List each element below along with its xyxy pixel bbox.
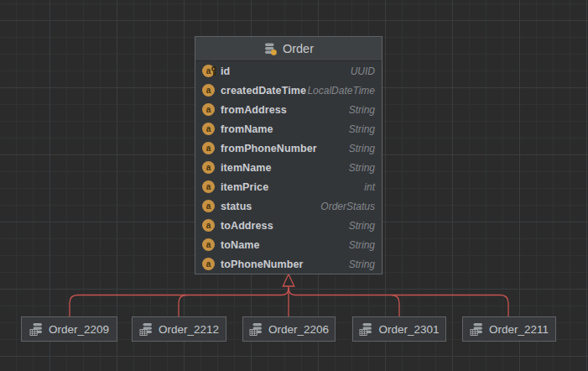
field-row-id[interactable]: a id UUID [195,61,382,81]
field-row-createdDateTime[interactable]: a createdDateTime LocalDateTime [195,81,382,100]
database-partition-icon [249,322,263,337]
field-type: String [349,162,375,174]
attribute-icon: a [202,142,215,154]
attribute-icon: a [202,123,215,135]
field-type: OrderStatus [320,201,375,212]
field-type: String [349,104,375,116]
field-type: String [349,123,375,135]
partition-node-order-2211[interactable]: Order_2211 [462,316,556,342]
field-row-fromName[interactable]: a fromName String [195,119,382,138]
attribute-icon: a [202,219,215,232]
field-name: fromAddress [221,104,287,116]
diagram-canvas: Order a id UUID a createdDateTime LocalD… [0,0,588,371]
field-row-toName[interactable]: a toName String [195,235,382,254]
field-name: fromName [221,123,273,135]
attribute-icon: a [202,180,215,193]
field-name: toAddress [221,220,273,232]
entity-field-list: a id UUID a createdDateTime LocalDateTim… [195,61,382,274]
field-row-itemPrice[interactable]: a itemPrice int [195,177,382,196]
attribute-icon: a [202,103,215,116]
attribute-icon: a [202,161,215,174]
partition-label: Order_2211 [489,323,549,336]
field-row-fromAddress[interactable]: a fromAddress String [195,100,382,119]
field-type: String [349,239,375,251]
field-name: createdDateTime [221,85,306,97]
field-row-status[interactable]: a status OrderStatus [195,196,382,216]
field-row-itemName[interactable]: a itemName String [195,158,382,177]
field-name: itemName [221,162,272,174]
field-type: String [349,143,375,154]
partition-label: Order_2212 [159,323,219,336]
entity-node-order[interactable]: Order a id UUID a createdDateTime LocalD… [195,36,382,274]
attribute-icon: a [202,200,215,212]
partition-label: Order_2209 [49,323,109,336]
entity-title: Order [283,42,314,55]
field-row-toAddress[interactable]: a toAddress String [195,216,382,235]
partition-node-order-2301[interactable]: Order_2301 [352,316,446,342]
database-partition-icon [29,322,44,337]
attribute-icon: a [202,258,215,270]
field-type: UUID [351,65,375,77]
partition-label: Order_2301 [378,323,439,336]
attribute-icon: a [202,84,215,97]
field-type: String [349,259,375,270]
attribute-icon: a [202,238,215,251]
database-partition-icon [470,322,484,337]
entity-header[interactable]: Order [195,37,382,61]
database-partition-icon [359,322,373,337]
partition-node-order-2206[interactable]: Order_2206 [242,316,336,342]
field-name: itemPrice [221,181,268,193]
primary-key-icon [211,66,217,76]
field-name: toPhoneNumber [221,259,304,270]
field-name: status [221,201,252,212]
database-table-icon [263,42,278,56]
partition-node-order-2212[interactable]: Order_2212 [132,316,226,342]
partition-node-order-2209[interactable]: Order_2209 [21,316,117,342]
field-name: fromPhoneNumber [221,143,317,154]
field-type: LocalDateTime [307,85,375,97]
field-name: id [221,65,230,77]
field-name: toName [221,239,259,251]
inheritance-arrowhead [283,274,294,287]
partition-label: Order_2206 [268,323,329,336]
field-type: int [364,181,375,193]
database-partition-icon [139,322,154,337]
field-type: String [349,220,375,232]
field-row-toPhoneNumber[interactable]: a toPhoneNumber String [195,254,382,274]
field-row-fromPhoneNumber[interactable]: a fromPhoneNumber String [195,138,382,158]
